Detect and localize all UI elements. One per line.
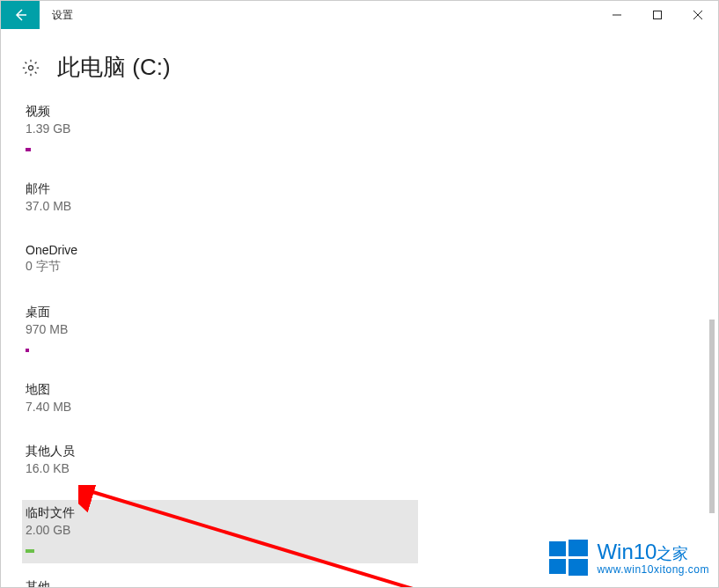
category-size: 0 字节	[26, 259, 415, 275]
svg-rect-6	[569, 559, 588, 576]
watermark-url: www.win10xitong.com	[597, 564, 709, 576]
titlebar: 设置	[1, 1, 718, 29]
minimize-button[interactable]	[597, 1, 637, 29]
storage-category-list: 视频1.39 GB邮件37.0 MBOneDrive0 字节桌面970 MB地图…	[22, 99, 418, 587]
svg-rect-3	[549, 541, 566, 556]
category-name: 邮件	[26, 181, 415, 197]
category-name: 视频	[26, 104, 415, 120]
page-title: 此电脑 (C:)	[57, 52, 171, 83]
arrow-left-icon	[13, 8, 27, 22]
storage-category-item[interactable]: 其他人员16.0 KB	[22, 438, 418, 486]
category-size: 16.0 KB	[26, 461, 415, 475]
storage-category-item[interactable]: 邮件37.0 MB	[22, 176, 418, 224]
maximize-button[interactable]	[637, 1, 678, 29]
gear-icon	[22, 59, 40, 77]
watermark-suffix: 之家	[657, 545, 688, 562]
storage-category-item[interactable]: 其他790 MB	[22, 574, 418, 587]
category-name: OneDrive	[26, 243, 415, 257]
svg-rect-4	[569, 540, 588, 556]
svg-point-1	[29, 65, 33, 70]
svg-rect-5	[549, 559, 566, 574]
category-name: 其他人员	[26, 444, 415, 459]
category-size: 970 MB	[26, 322, 415, 336]
maximize-icon	[653, 11, 662, 19]
category-size: 37.0 MB	[26, 199, 415, 213]
window-title: 设置	[52, 8, 73, 23]
scrollbar-thumb[interactable]	[709, 320, 715, 513]
close-button[interactable]	[678, 1, 718, 29]
watermark: Win10之家 www.win10xitong.com	[546, 536, 709, 580]
watermark-brand: Win10	[597, 540, 657, 563]
category-bar	[26, 148, 31, 151]
category-name: 桌面	[26, 305, 415, 320]
content-area: 此电脑 (C:) 视频1.39 GB邮件37.0 MBOneDrive0 字节桌…	[1, 29, 718, 587]
page-header: 此电脑 (C:)	[22, 52, 701, 83]
category-name: 地图	[26, 382, 415, 398]
category-size: 1.39 GB	[26, 121, 415, 136]
category-size: 7.40 MB	[26, 400, 415, 414]
category-bar	[26, 549, 34, 553]
storage-category-item[interactable]: OneDrive0 字节	[22, 238, 418, 285]
svg-rect-0	[654, 11, 662, 19]
category-name: 其他	[26, 579, 415, 587]
category-name: 临时文件	[26, 505, 415, 521]
windows-logo-icon	[546, 536, 590, 580]
close-icon	[693, 11, 702, 19]
storage-category-item[interactable]: 临时文件2.00 GB	[22, 500, 418, 563]
watermark-text: Win10之家 www.win10xitong.com	[597, 540, 709, 576]
window-controls	[597, 1, 718, 29]
storage-category-item[interactable]: 桌面970 MB	[22, 299, 418, 363]
storage-category-item[interactable]: 地图7.40 MB	[22, 377, 418, 424]
minimize-icon	[613, 11, 621, 19]
category-bar	[26, 349, 29, 352]
back-button[interactable]	[1, 1, 40, 29]
storage-category-item[interactable]: 视频1.39 GB	[22, 99, 418, 162]
category-size: 2.00 GB	[26, 523, 415, 537]
